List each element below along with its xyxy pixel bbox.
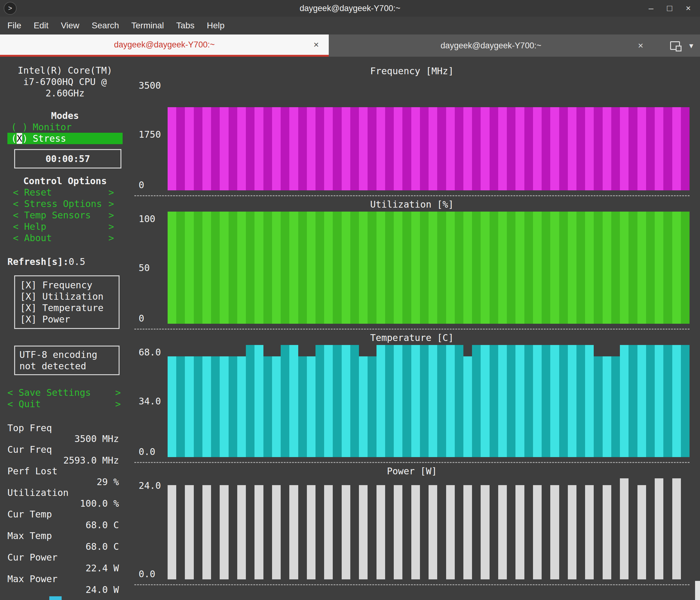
button-left: < Help bbox=[13, 221, 46, 232]
chart-bar bbox=[507, 107, 516, 190]
chart-bar bbox=[316, 107, 324, 190]
chart-bar bbox=[585, 107, 594, 190]
chart-bar bbox=[603, 212, 611, 324]
mode-option-stress[interactable]: (X) Stress bbox=[7, 133, 123, 144]
menu-help[interactable]: Help bbox=[207, 21, 225, 30]
chart-bar bbox=[437, 212, 446, 324]
chart-bar bbox=[620, 478, 628, 579]
refresh-rate[interactable]: Refresh[s]:0.5 bbox=[7, 256, 134, 267]
chart-bar bbox=[568, 212, 576, 324]
chart-bar bbox=[220, 212, 228, 324]
mode-option-monitor[interactable]: ( ) Monitor bbox=[7, 121, 123, 133]
graph-separator bbox=[134, 329, 690, 330]
chart-bar bbox=[394, 107, 402, 190]
chart-bar bbox=[316, 485, 324, 579]
minimize-icon[interactable]: – bbox=[649, 3, 653, 13]
control-help-button[interactable]: < Help > bbox=[7, 221, 114, 232]
new-window-icon[interactable] bbox=[670, 41, 680, 50]
control-reset-button[interactable]: < Reset > bbox=[7, 187, 114, 198]
chart-bar bbox=[289, 345, 298, 457]
save-settings-button[interactable]: < Save Settings > bbox=[7, 387, 121, 398]
quit-button[interactable]: < Quit > bbox=[7, 398, 121, 410]
chart-bar bbox=[559, 345, 568, 457]
chart-bar bbox=[185, 356, 194, 457]
control-temp-sensors-button[interactable]: < Temp Sensors > bbox=[7, 209, 114, 221]
chart-bar bbox=[490, 345, 498, 457]
chart-bar bbox=[394, 485, 402, 579]
chart-bar bbox=[481, 107, 489, 190]
chart-bar bbox=[333, 345, 341, 457]
chart-bar bbox=[559, 212, 568, 324]
chart-bar bbox=[176, 356, 185, 457]
chart-bar bbox=[603, 485, 611, 579]
chart-bar bbox=[646, 107, 655, 190]
control-about-button[interactable]: < About > bbox=[7, 232, 114, 244]
chart-bar bbox=[246, 212, 254, 324]
tab-close-icon[interactable]: × bbox=[638, 41, 643, 51]
chart-bar bbox=[559, 485, 568, 579]
stat-label: Max Power bbox=[7, 574, 134, 584]
chart-bar bbox=[498, 485, 507, 579]
utf8-notice: UTF-8 encoding not detected bbox=[14, 346, 120, 375]
chart-bar bbox=[533, 345, 542, 457]
stat-value: 68.0 C bbox=[7, 520, 119, 530]
chart-bar bbox=[550, 212, 559, 324]
y-axis-tick: 3500 bbox=[139, 80, 161, 91]
stat-value: 29 % bbox=[7, 476, 119, 487]
chart-bar bbox=[194, 212, 202, 324]
menu-tabs[interactable]: Tabs bbox=[176, 21, 194, 30]
control-stress-options-button[interactable]: < Stress Options > bbox=[7, 198, 114, 209]
tab-terminal-2[interactable]: daygeek@daygeek-Y700:~ × bbox=[329, 34, 653, 57]
terminal-content: Intel(R) Core(TM) i7-6700HQ CPU @ 2.60GH… bbox=[0, 57, 700, 600]
close-icon[interactable]: × bbox=[686, 3, 691, 13]
tab-close-icon[interactable]: × bbox=[313, 40, 319, 50]
chart-bar bbox=[524, 212, 533, 324]
tab-terminal-1[interactable]: daygeek@daygeek-Y700:~ × bbox=[0, 34, 329, 57]
chart-bar bbox=[663, 107, 672, 190]
scrollbar-thumb[interactable] bbox=[695, 581, 700, 600]
chart-bar bbox=[368, 107, 376, 190]
chart-title: Temperature [C] bbox=[134, 331, 690, 345]
chart-bar bbox=[176, 212, 185, 324]
stat-label: Max Temp bbox=[7, 530, 134, 541]
chart-bar bbox=[350, 485, 359, 579]
chart-bar bbox=[289, 212, 298, 324]
chart-bar bbox=[542, 107, 550, 190]
tab-bar: daygeek@daygeek-Y700:~ × daygeek@daygeek… bbox=[0, 34, 700, 57]
window-titlebar: > daygeek@daygeek-Y700:~ – □ × bbox=[0, 0, 700, 17]
chart-bar bbox=[603, 107, 611, 190]
stat-label: Utilization bbox=[7, 487, 134, 498]
chart-bar bbox=[254, 107, 263, 190]
chart-bar bbox=[376, 212, 385, 324]
refresh-label: Refresh[s]: bbox=[7, 256, 69, 267]
chart-bar bbox=[628, 107, 637, 190]
chart-bar bbox=[446, 212, 455, 324]
y-axis-tick: 0.0 bbox=[139, 569, 155, 579]
button-right: > bbox=[115, 398, 121, 410]
chart-bar bbox=[628, 345, 637, 457]
chart-bar bbox=[646, 478, 655, 579]
y-axis-tick: 0 bbox=[139, 180, 144, 190]
chart-bar bbox=[603, 356, 611, 457]
chart-bar bbox=[437, 485, 446, 579]
chart-bar bbox=[359, 485, 368, 579]
frequency-chart: Frequency [MHz] 350017500 bbox=[134, 57, 690, 190]
stat-value: 100.0 % bbox=[7, 498, 119, 509]
toggle-temperature[interactable]: [X] Temperature bbox=[20, 302, 114, 314]
chart-bar bbox=[211, 356, 220, 457]
chart-bar bbox=[342, 212, 350, 324]
chart-bar bbox=[420, 485, 429, 579]
toggle-power[interactable]: [X] Power bbox=[20, 314, 114, 325]
chart-bar bbox=[307, 212, 316, 324]
chart-bar bbox=[168, 356, 176, 457]
menu-file[interactable]: File bbox=[7, 21, 21, 30]
menu-view[interactable]: View bbox=[61, 21, 79, 30]
chevron-down-icon[interactable]: ▾ bbox=[689, 41, 693, 51]
menu-terminal[interactable]: Terminal bbox=[131, 21, 164, 30]
toggle-utilization[interactable]: [X] Utilization bbox=[20, 291, 114, 302]
chart-bar bbox=[324, 485, 333, 579]
maximize-icon[interactable]: □ bbox=[667, 3, 672, 13]
toggle-frequency[interactable]: [X] Frequency bbox=[20, 279, 114, 291]
menu-search[interactable]: Search bbox=[92, 21, 119, 30]
menu-edit[interactable]: Edit bbox=[33, 21, 48, 30]
